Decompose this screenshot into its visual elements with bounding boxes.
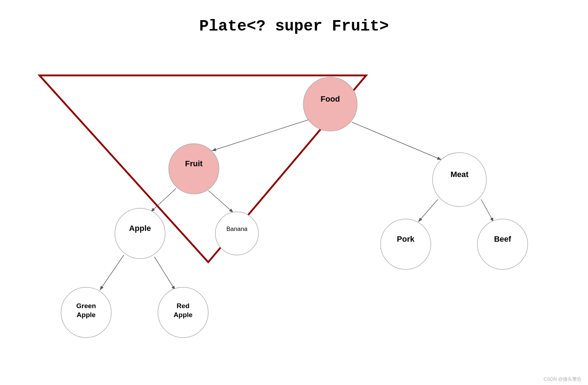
label-food: Food	[321, 94, 340, 103]
label-banana: Banana	[227, 226, 248, 232]
label-green-apple-line2: Apple	[77, 311, 96, 319]
node-meat	[433, 153, 486, 207]
label-red-apple-line1: Red	[177, 302, 190, 310]
label-beef: Beef	[494, 235, 511, 243]
page-title: Plate<? super Fruit>	[199, 17, 389, 35]
label-pork: Pork	[397, 235, 415, 243]
line-food-meat	[352, 122, 442, 160]
node-pork	[381, 219, 431, 269]
node-banana	[215, 212, 258, 255]
node-fruit	[169, 144, 219, 194]
line-food-fruit	[212, 119, 312, 151]
node-beef	[477, 219, 528, 269]
label-meat: Meat	[451, 170, 469, 179]
label-green-apple-line1: Green	[76, 302, 96, 310]
line-meat-beef	[481, 199, 494, 222]
node-apple	[115, 208, 165, 259]
node-food	[303, 77, 357, 131]
label-apple: Apple	[129, 224, 151, 233]
line-apple-greenapple	[100, 255, 124, 290]
line-apple-redapple	[154, 257, 175, 290]
label-red-apple-line2: Apple	[174, 311, 193, 319]
label-fruit: Fruit	[185, 159, 203, 168]
line-fruit-banana	[208, 190, 233, 213]
line-fruit-apple	[151, 189, 176, 212]
line-meat-pork	[418, 199, 438, 222]
watermark: CSDN @馒头警告	[543, 376, 582, 382]
